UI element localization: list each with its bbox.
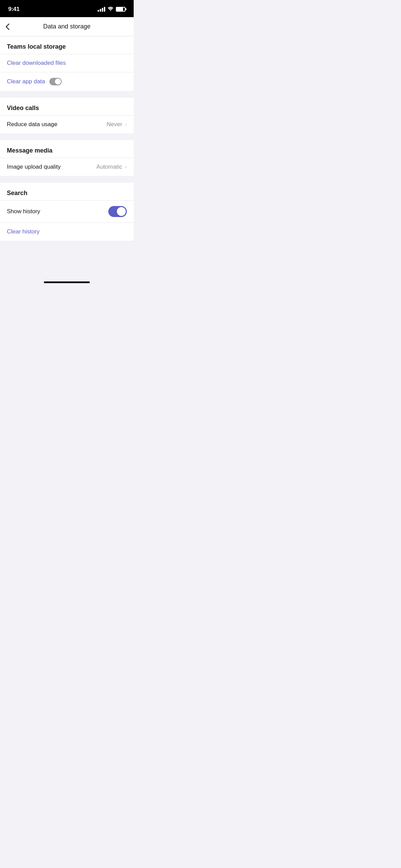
section-video-calls: Video calls Reduce data usage Never › [0, 98, 134, 133]
section-header-message-media: Message media [0, 140, 134, 158]
show-history-toggle[interactable] [108, 206, 127, 217]
section-header-teams-local-storage: Teams local storage [0, 36, 134, 54]
status-icons [98, 7, 125, 12]
list-item[interactable]: Clear downloaded files [0, 54, 134, 72]
section-search: Search Show history Clear history [0, 183, 134, 241]
clear-history-button[interactable]: Clear history [7, 228, 39, 235]
clear-app-data-toggle[interactable] [49, 78, 62, 85]
show-history-label: Show history [7, 208, 40, 215]
status-time: 9:41 [8, 6, 20, 13]
reduce-data-usage-label: Reduce data usage [7, 121, 57, 128]
toggle-knob [55, 79, 61, 85]
home-indicator [0, 278, 134, 289]
section-message-media: Message media Image upload quality Autom… [0, 140, 134, 176]
chevron-right-icon: › [125, 164, 127, 170]
wifi-icon [108, 7, 113, 12]
image-upload-quality-text: Automatic [96, 164, 122, 170]
signal-bars-icon [98, 7, 105, 12]
list-item[interactable]: Image upload quality Automatic › [0, 158, 134, 176]
bottom-spacer [0, 241, 134, 254]
status-bar: 9:41 [0, 0, 134, 17]
reduce-data-usage-text: Never [107, 121, 122, 128]
back-button[interactable] [5, 22, 12, 32]
clear-app-data-label[interactable]: Clear app data [7, 78, 45, 85]
section-header-search: Search [0, 183, 134, 200]
section-divider-2 [0, 133, 134, 140]
svg-point-0 [110, 10, 111, 11]
list-item: Show history [0, 200, 134, 222]
section-teams-local-storage: Teams local storage Clear downloaded fil… [0, 36, 134, 91]
home-bar [44, 281, 90, 283]
clear-app-data-row: Clear app data [7, 78, 62, 85]
list-item: Clear app data [0, 72, 134, 91]
section-divider-3 [0, 176, 134, 183]
chevron-right-icon: › [125, 121, 127, 128]
clear-downloaded-files-button[interactable]: Clear downloaded files [7, 60, 66, 67]
image-upload-quality-value[interactable]: Automatic › [96, 164, 127, 170]
reduce-data-usage-value[interactable]: Never › [107, 121, 127, 128]
list-item[interactable]: Clear history [0, 222, 134, 241]
section-divider-1 [0, 91, 134, 98]
nav-bar: Data and storage [0, 17, 134, 36]
battery-icon [116, 7, 125, 12]
page-title: Data and storage [43, 23, 90, 30]
image-upload-quality-label: Image upload quality [7, 164, 61, 170]
content: Teams local storage Clear downloaded fil… [0, 36, 134, 278]
toggle-knob [117, 207, 126, 216]
list-item[interactable]: Reduce data usage Never › [0, 115, 134, 133]
section-header-video-calls: Video calls [0, 98, 134, 115]
